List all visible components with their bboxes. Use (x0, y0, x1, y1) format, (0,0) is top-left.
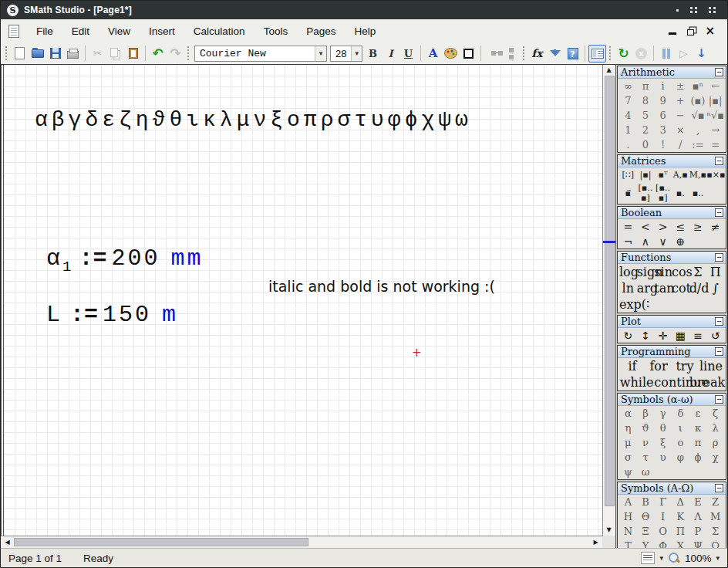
palette-button-boolean->[interactable]: > (654, 220, 672, 234)
palette-button-symbols-Υ[interactable]: Υ (637, 539, 655, 548)
palette-button-functions-(∶[interactable]: (∶ (637, 296, 655, 313)
palette-button-arithmetic-×[interactable]: × (672, 123, 689, 137)
palette-button-symbols-Ε[interactable]: Ε (689, 495, 707, 509)
palette-button-symbols-γ[interactable]: γ (654, 407, 672, 420)
border-button[interactable] (460, 45, 477, 63)
palette-button-matrices-M,▪[interactable]: M,▪ (689, 169, 707, 181)
palette-button-functions-d/d[interactable]: d/d (689, 280, 707, 296)
align-vertical-button[interactable] (502, 45, 520, 63)
palette-button-plot-✛[interactable]: ✛ (654, 329, 672, 343)
palette-button-symbols-η[interactable]: η (619, 421, 637, 434)
menu-file[interactable]: File (27, 22, 62, 40)
formula-L[interactable]: L:=150m (46, 302, 178, 332)
palette-button-functions-cot[interactable]: cot (672, 280, 689, 296)
palette-button-symbols-σ[interactable]: σ (619, 451, 637, 464)
palette-button-functions-log[interactable]: log (619, 264, 637, 280)
palette-button-symbols-Ζ[interactable]: Ζ (706, 495, 724, 509)
note-text-region[interactable]: italic and bold is not working :( (268, 278, 495, 295)
panel-header[interactable]: Boolean− (618, 207, 726, 219)
horizontal-scrollbar[interactable]: ◀ ▶ (1, 536, 602, 548)
palette-button-symbols-Τ[interactable]: Τ (619, 539, 637, 548)
collapse-icon[interactable]: − (715, 208, 723, 217)
mdi-minimize-button[interactable] (669, 27, 676, 35)
palette-button-symbols-ϑ[interactable]: ϑ (637, 421, 655, 434)
palette-button-programming-for[interactable]: for (645, 358, 672, 374)
font-color-button[interactable]: A (424, 45, 442, 63)
chevron-down-icon[interactable]: ▾ (351, 46, 362, 61)
palette-button-symbols-Ω[interactable]: Ω (706, 539, 724, 548)
palette-button-symbols-ε[interactable]: ε (689, 407, 707, 420)
view-mode-icon[interactable] (641, 552, 655, 564)
palette-button-symbols-Ι[interactable]: Ι (654, 510, 672, 523)
palette-button-boolean-≥[interactable]: ≥ (689, 220, 707, 234)
palette-button-arithmetic-π[interactable]: π (637, 79, 655, 93)
toolbar-grip[interactable] (522, 46, 526, 61)
palette-button-functions-sin[interactable]: sin (654, 264, 672, 280)
palette-button-programming-while[interactable]: while (619, 374, 654, 390)
palette-button-plot-↻[interactable]: ↻ (619, 329, 637, 343)
filter-button[interactable] (546, 45, 564, 63)
menu-help[interactable]: Help (345, 22, 385, 40)
menu-calculation[interactable]: Calculation (184, 22, 254, 40)
palette-button-matrices-▪×▪[interactable]: ▪×▪ (706, 169, 724, 181)
palette-button-programming-line[interactable]: line (698, 358, 724, 374)
palette-button-arithmetic-![interactable]: ! (654, 138, 672, 151)
toolbar-grip[interactable] (5, 46, 8, 61)
collapse-icon[interactable]: − (715, 317, 723, 326)
scroll-up-icon[interactable]: ▲ (603, 66, 615, 75)
bold-button[interactable]: B (364, 45, 382, 63)
palette-button-arithmetic-7[interactable]: 7 (619, 94, 637, 107)
document-icon[interactable] (8, 25, 19, 38)
palette-button-arithmetic-−[interactable]: − (672, 109, 689, 122)
new-document-button[interactable] (11, 45, 29, 63)
palette-button-arithmetic-i[interactable]: i (654, 79, 672, 93)
palette-button-arithmetic-+[interactable]: + (672, 94, 689, 107)
side-panel-toggle[interactable] (588, 45, 606, 63)
palette-button-programming-if[interactable]: if (619, 358, 645, 374)
scroll-right-icon[interactable]: ▶ (590, 538, 602, 547)
palette-button-symbols-τ[interactable]: τ (637, 451, 655, 464)
background-color-button[interactable] (442, 45, 460, 63)
recalculate-button[interactable]: ↻ (615, 45, 632, 63)
palette-button-symbols-Γ[interactable]: Γ (654, 495, 672, 509)
font-size-select[interactable]: 28 ▾ (330, 46, 362, 62)
palette-button-boolean-<[interactable]: < (637, 220, 655, 234)
worksheet-canvas[interactable]: αβγδεζηϑθικλμνξοπρστυφϕχψω α1:=200mm ita… (1, 65, 602, 536)
palette-button-matrices-|▪|[interactable]: |▪| (637, 169, 655, 181)
zoom-magnifier-icon[interactable] (668, 552, 680, 564)
paste-button[interactable] (124, 45, 142, 63)
palette-button-arithmetic-.[interactable]: . (619, 138, 637, 151)
palette-button-symbols-Ρ[interactable]: Ρ (689, 525, 707, 538)
palette-button-symbols-Α[interactable]: Α (619, 495, 637, 509)
palette-button-symbols-λ[interactable]: λ (706, 421, 724, 434)
palette-button-symbols-ψ[interactable]: ψ (619, 465, 637, 478)
palette-button-boolean-∨[interactable]: ∨ (654, 235, 672, 248)
open-button[interactable] (29, 45, 46, 63)
pause-button[interactable] (657, 45, 675, 63)
palette-button-programming-try[interactable]: try (672, 358, 698, 374)
palette-button-plot-↺[interactable]: ↺ (706, 329, 724, 343)
palette-button-programming-continue[interactable]: continue (654, 374, 689, 390)
panel-header[interactable]: Matrices− (618, 155, 726, 167)
panel-header[interactable]: Arithmetic− (618, 66, 726, 79)
palette-button-functions-∫[interactable]: ∫ (706, 280, 724, 296)
palette-button-functions-Σ[interactable]: Σ (689, 264, 707, 280)
palette-button-arithmetic-√▪[interactable]: √▪ (689, 109, 707, 122)
palette-button-functions-ln[interactable]: ln (619, 280, 637, 296)
palette-button-boolean-⊕[interactable]: ⊕ (672, 235, 689, 248)
toolbar-grip[interactable] (187, 46, 190, 61)
greek-text-region[interactable]: αβγδεζηϑθικλμνξοπρστυφϕχψω (35, 108, 472, 132)
palette-button-matrices-[▪‥▪][interactable]: [▪‥▪] (654, 182, 672, 204)
palette-button-functions-Π[interactable]: Π (706, 264, 724, 280)
palette-button-symbols-ω[interactable]: ω (637, 465, 655, 478)
palette-button-arithmetic-5[interactable]: 5 (637, 109, 655, 122)
palette-button-symbols-Λ[interactable]: Λ (689, 510, 707, 523)
palette-button-symbols-υ[interactable]: υ (654, 451, 672, 464)
palette-button-symbols-Θ[interactable]: Θ (637, 510, 655, 523)
panel-header[interactable]: Symbols (Α-Ω)− (618, 482, 726, 495)
palette-button-functions-arg[interactable]: arg (637, 280, 655, 296)
palette-button-matrices-▪ᵀ[interactable]: ▪ᵀ (654, 169, 672, 181)
collapse-icon[interactable]: − (715, 347, 723, 356)
palette-button-arithmetic-→[interactable]: → (706, 123, 724, 137)
palette-button-arithmetic-(▪)[interactable]: (▪) (689, 94, 707, 107)
